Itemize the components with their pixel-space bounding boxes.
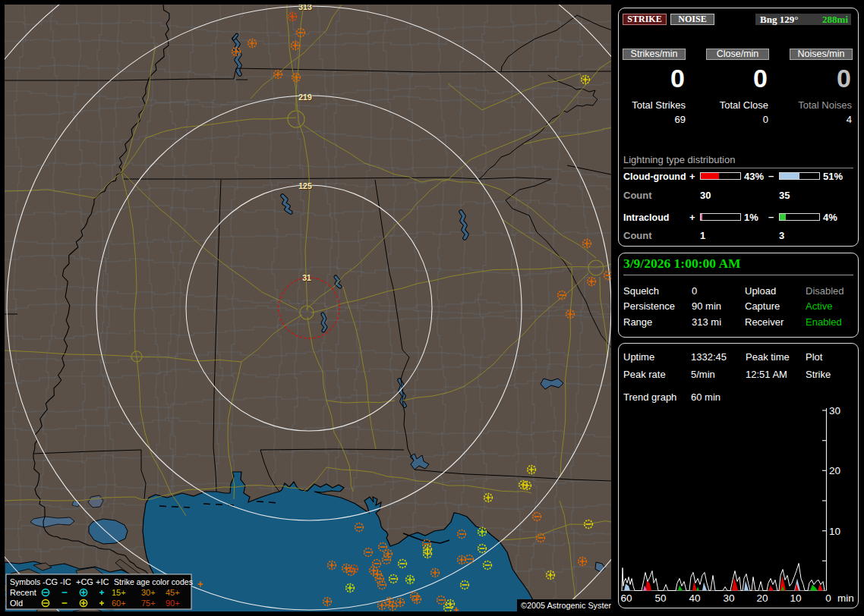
svg-text:min: min xyxy=(837,592,854,604)
svg-text:30: 30 xyxy=(723,592,734,604)
svg-text:10: 10 xyxy=(790,592,801,604)
svg-text:20: 20 xyxy=(756,592,768,604)
svg-text:60: 60 xyxy=(620,592,632,604)
svg-text:20: 20 xyxy=(829,465,840,476)
svg-text:30: 30 xyxy=(829,405,840,416)
svg-text:10: 10 xyxy=(829,526,840,537)
svg-text:40: 40 xyxy=(689,592,700,604)
svg-text:0: 0 xyxy=(825,592,831,604)
svg-text:50: 50 xyxy=(654,592,666,604)
